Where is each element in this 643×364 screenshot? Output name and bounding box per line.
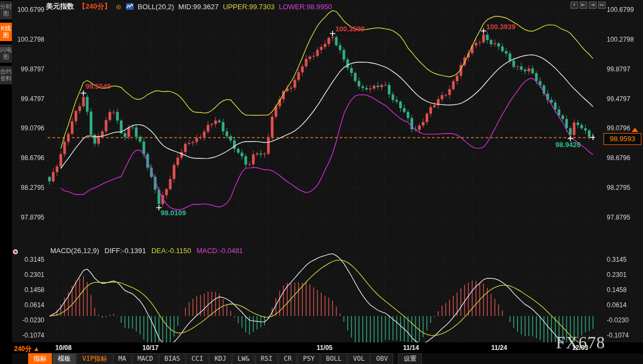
- toolbar-item-指标[interactable]: 指标: [29, 354, 51, 364]
- circle-plus-icon[interactable]: ⊕: [116, 3, 122, 11]
- macd-axis-label-right: 0.1458: [607, 286, 627, 294]
- toolbar-item-OBV[interactable]: OBV: [371, 354, 393, 364]
- date-label-11/05: 11/05: [316, 344, 332, 352]
- date-label-11/24: 11/24: [491, 344, 507, 352]
- price-axis-label-right: 100.6799: [607, 6, 634, 14]
- macd-axis-label-right: -0.1074: [607, 332, 629, 339]
- boll-label: BOLL(20,2): [138, 3, 174, 11]
- price-axis-label-left: 98.6796: [16, 154, 44, 162]
- toolbar-item-BIAS[interactable]: BIAS: [160, 354, 185, 364]
- price-axis-label-left: 97.8795: [16, 214, 44, 221]
- symbol-title: 美元指数: [46, 2, 74, 11]
- chart-window: 分时图K线图闪电图合约资料 美元指数 【240分】 ⊕ BOLL(20,2) M…: [0, 0, 643, 364]
- macd-axis-label-right: -0.0230: [607, 316, 629, 324]
- price-annotation: 98.9426: [555, 141, 581, 149]
- price-axis-label-right: 100.2798: [607, 36, 634, 43]
- indicator-toggle-icon[interactable]: [13, 249, 18, 254]
- chart-canvas[interactable]: [0, 0, 643, 364]
- toolbar-item-MACD[interactable]: MACD: [132, 354, 158, 364]
- period-tag[interactable]: 【240分】: [78, 2, 111, 11]
- price-axis-label-right: 98.2795: [607, 184, 630, 191]
- price-axis-label-right: 99.4797: [607, 95, 630, 103]
- boll-lower-value: LOWER:98.9950: [279, 3, 332, 11]
- sidebar-item-闪电图[interactable]: 闪电图: [0, 44, 12, 63]
- price-annotation: 100.3599: [335, 25, 364, 33]
- toolbar-item-RSI[interactable]: RSI: [256, 354, 277, 364]
- macd-dea-value: DEA:-0.1150: [151, 247, 191, 255]
- toolbar-item-LW&[interactable]: LW&: [233, 354, 254, 364]
- sidebar-item-分时图[interactable]: 分时图: [0, 1, 12, 19]
- macd-hist-value: MACD:-0.0481: [196, 247, 243, 255]
- price-axis-label-left: 100.2798: [16, 36, 44, 43]
- indicator-toolbar: 指标模板VIP指标MAMACDBIASCCIKDJLW&RSICRPSYBOLL…: [29, 354, 421, 364]
- indicator-chart-icon: [126, 3, 134, 10]
- date-label-10/08: 10/08: [55, 344, 71, 352]
- left-sidebar: 分时图K线图闪电图合约资料: [0, 0, 12, 364]
- toolbar-item-KDJ[interactable]: KDJ: [210, 354, 231, 364]
- price-axis-label-left: 99.0796: [16, 124, 44, 132]
- current-price-value: 98.9593: [610, 135, 635, 143]
- price-axis-label-right: 98.6796: [607, 154, 630, 162]
- macd-header: MACD(26,12,9) DIFF:-0.1391 DEA:-0.1150 M…: [50, 247, 243, 255]
- price-up-triangle-icon: [632, 128, 638, 132]
- price-annotation: 99.5549: [85, 82, 111, 90]
- price-axis-label-left: 100.6799: [16, 6, 44, 14]
- boll-upper-value: UPPER:99.7303: [223, 3, 274, 11]
- toolbar-item-CCI[interactable]: CCI: [187, 354, 208, 364]
- date-label-11/14: 11/14: [403, 344, 419, 352]
- macd-axis-label-left: 0.1458: [16, 286, 44, 294]
- toolbar-item-PSY[interactable]: PSY: [298, 354, 320, 364]
- price-axis-label-right: 97.8795: [607, 214, 630, 221]
- shift-left-icon[interactable]: ⇤: [580, 2, 587, 9]
- date-label-10/17: 10/17: [142, 344, 158, 352]
- macd-axis-label-right: 0.3145: [607, 256, 627, 263]
- macd-axis-label-left: -0.1074: [16, 332, 44, 339]
- boll-mid-value: MID:99.3627: [178, 3, 218, 11]
- price-axis-label-right: 99.8797: [607, 65, 630, 73]
- window-controls: +⇤⇥↦: [571, 2, 606, 9]
- price-axis-label-left: 99.8797: [16, 65, 44, 73]
- watermark-logo: FX678: [556, 333, 605, 353]
- pan-icon[interactable]: +: [571, 2, 578, 9]
- shift-right-icon[interactable]: ⇥: [589, 2, 596, 9]
- macd-title: MACD(26,12,9): [50, 247, 99, 255]
- macd-axis-label-right: 0.2301: [607, 271, 627, 279]
- export-icon[interactable]: ↦: [598, 2, 606, 9]
- redacted-box: [193, 342, 277, 353]
- toolbar-item-模板[interactable]: 模板: [53, 354, 76, 364]
- toolbar-item-BOLL[interactable]: BOLL: [321, 354, 347, 364]
- macd-axis-label-left: 0.2301: [16, 271, 44, 279]
- macd-diff-value: DIFF:-0.1391: [104, 247, 146, 255]
- current-price-box: 98.9593: [604, 133, 641, 145]
- macd-axis-label-left: -0.0230: [16, 316, 44, 324]
- toolbar-item-VIP指标[interactable]: VIP指标: [77, 354, 112, 364]
- toolbar-item-MA[interactable]: MA: [114, 354, 131, 364]
- price-axis-label-right: 99.0796: [607, 124, 630, 132]
- price-axis-label-left: 99.4797: [16, 95, 44, 103]
- price-annotation: 98.0109: [161, 209, 186, 217]
- toolbar-item-设置[interactable]: 设置: [399, 354, 421, 364]
- period-selector[interactable]: 240分 ▲: [14, 345, 39, 354]
- sidebar-item-K线图[interactable]: K线图: [0, 23, 12, 41]
- macd-axis-label-left: 0.0614: [16, 301, 44, 309]
- price-axis-label-left: 98.2795: [16, 184, 44, 191]
- sidebar-item-合约资料[interactable]: 合约资料: [0, 66, 12, 84]
- toolbar-item-VOL[interactable]: VOL: [348, 354, 370, 364]
- price-annotation: 100.3939: [486, 23, 515, 31]
- macd-axis-label-right: 0.0614: [607, 301, 627, 309]
- chart-header: 美元指数 【240分】 ⊕ BOLL(20,2) MID:99.3627 UPP…: [46, 2, 332, 11]
- toolbar-item-CR[interactable]: CR: [279, 354, 296, 364]
- macd-axis-label-left: 0.3145: [16, 256, 44, 263]
